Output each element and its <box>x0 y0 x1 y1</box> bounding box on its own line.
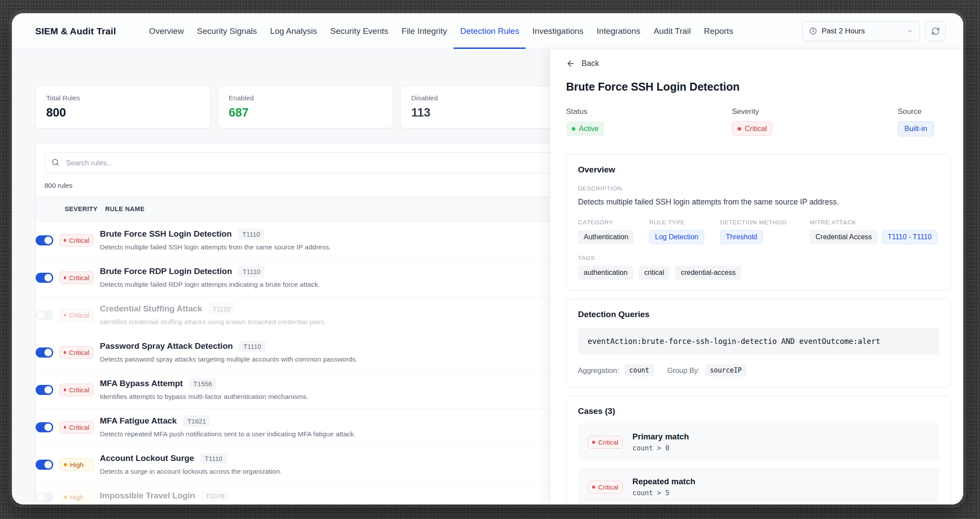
nav-tab-label: File Integrity <box>402 26 447 36</box>
status-label: Status <box>566 107 732 116</box>
rule-name: Credential Stuffing Attack <box>100 303 202 314</box>
nav-tab-label: Reports <box>704 26 733 36</box>
back-button[interactable]: Back <box>566 59 599 68</box>
time-range-select[interactable]: Past 2 Hours <box>802 21 920 41</box>
nav-tab-label: Log Analysis <box>270 26 317 36</box>
detection-method-chip: Threshold <box>720 230 763 244</box>
stat-label: Total Rules <box>46 94 200 102</box>
cases-card: Cases (3) Critical Primary match count >… <box>566 395 951 504</box>
severity-label: Severity <box>732 107 898 116</box>
overview-card: Overview DESCRIPTION Detects multiple fa… <box>566 154 951 291</box>
severity-dot-icon <box>64 276 66 279</box>
nav-tab[interactable]: Audit Trail <box>647 13 697 49</box>
refresh-icon <box>931 27 940 36</box>
tags-list: authentication critical credential-acces… <box>578 266 939 280</box>
technique-chip: T1078 <box>201 490 229 501</box>
nav-tab[interactable]: Log Analysis <box>263 13 324 49</box>
severity-dot-icon <box>592 486 595 489</box>
rule-type-label: RULE TYPE <box>649 219 720 226</box>
stat-value: 113 <box>411 106 565 120</box>
toggle-knob <box>37 311 44 319</box>
toggle-knob <box>44 349 52 356</box>
rule-meta-row: Status Active Severity Critical Source <box>566 107 951 136</box>
technique-chip: T1621 <box>183 416 211 427</box>
case-condition: count > 5 <box>633 489 695 497</box>
stat-label: Disabled <box>411 94 565 102</box>
toggle-knob <box>44 424 52 431</box>
case-severity-badge: Critical <box>588 436 623 449</box>
aggregation-label: Aggregation: <box>578 366 619 375</box>
clock-icon <box>809 27 817 35</box>
tags-label: TAGS <box>578 255 939 261</box>
severity-dot-icon <box>64 463 67 466</box>
nav-tab[interactable]: File Integrity <box>395 13 453 49</box>
time-range-value: Past 2 Hours <box>822 27 902 36</box>
stat-label: Enabled <box>229 94 382 102</box>
nav-tab-label: Audit Trail <box>654 26 691 36</box>
rule-enabled-toggle[interactable] <box>36 273 53 283</box>
group-by-chip: sourceIP <box>705 364 746 376</box>
detection-queries-card: Detection Queries eventAction:brute-forc… <box>566 299 951 387</box>
rule-enabled-toggle[interactable] <box>36 310 53 320</box>
description-label: DESCRIPTION <box>578 185 939 192</box>
main-nav: Overview Security Signals Log Analysis S… <box>143 13 740 49</box>
severity-dot-icon <box>64 314 66 317</box>
content-area: Total Rules 800 Enabled 687 Disabled 113 <box>12 49 963 504</box>
rule-enabled-toggle[interactable] <box>36 460 53 470</box>
severity-badge: Critical <box>59 234 94 247</box>
app-brand: SIEM & Audit Trail <box>35 13 116 49</box>
app-window: SIEM & Audit Trail Overview Security Sig… <box>12 13 963 504</box>
severity-dot-icon <box>64 496 67 499</box>
rule-description-text: Detects multiple failed SSH login attemp… <box>578 196 939 208</box>
nav-tab-label: Security Events <box>330 26 388 36</box>
status-dot-icon <box>572 127 575 131</box>
severity-badge: High <box>59 458 94 471</box>
rule-enabled-toggle[interactable] <box>36 235 53 245</box>
nav-tab[interactable]: Security Events <box>324 13 395 49</box>
source-label: Source <box>898 107 934 116</box>
nav-tab[interactable]: Overview <box>143 13 190 49</box>
column-header-severity: SEVERITY <box>65 205 99 212</box>
severity-badge: Critical <box>59 346 94 359</box>
detection-queries-heading: Detection Queries <box>578 310 939 319</box>
severity-badge: Critical <box>59 421 94 434</box>
rule-enabled-toggle[interactable] <box>36 492 53 502</box>
stat-card: Total Rules 800 <box>35 86 211 128</box>
severity-badge: Critical <box>59 271 94 284</box>
nav-tab-label: Security Signals <box>197 26 257 36</box>
aggregation-chip: count <box>625 364 654 376</box>
nav-tab-label: Integrations <box>597 26 640 36</box>
status-badge: Active <box>566 121 604 136</box>
tag-chip: critical <box>639 266 670 280</box>
mitre-label: MITRE ATT&CK <box>810 219 937 226</box>
cases-list: Critical Primary match count > 0 Critica… <box>578 423 939 504</box>
severity-badge: Critical <box>732 121 772 136</box>
rule-name: Brute Force SSH Login Detection <box>100 228 232 240</box>
technique-chip: T1110 <box>238 229 264 240</box>
nav-tab[interactable]: Detection Rules <box>453 13 526 49</box>
nav-tab[interactable]: Investigations <box>526 13 590 49</box>
refresh-button[interactable] <box>925 21 946 41</box>
rule-enabled-toggle[interactable] <box>36 422 53 432</box>
nav-tab[interactable]: Reports <box>697 13 740 49</box>
mitre-tactic-chip: Credential Access <box>810 230 878 244</box>
category-label: CATEGORY <box>578 219 649 226</box>
screenshot-frame: SIEM & Audit Trail Overview Security Sig… <box>0 0 980 519</box>
toggle-knob <box>37 493 44 501</box>
nav-tab[interactable]: Integrations <box>590 13 647 49</box>
rule-attributes: CATEGORY Authentication RULE TYPE Log De… <box>578 209 939 244</box>
rule-type-chip: Log Detection <box>649 230 704 244</box>
rule-enabled-toggle[interactable] <box>36 385 53 395</box>
severity-dot-icon <box>64 426 66 429</box>
severity-dot-icon <box>592 441 595 444</box>
aggregation-row: Aggregation: count Group By: sourceIP <box>578 364 939 376</box>
top-navigation-bar: SIEM & Audit Trail Overview Security Sig… <box>12 13 963 49</box>
rule-name: Brute Force RDP Login Detection <box>100 266 232 277</box>
stat-value: 687 <box>229 106 382 120</box>
rule-enabled-toggle[interactable] <box>36 347 53 358</box>
nav-tab[interactable]: Security Signals <box>190 13 263 49</box>
case-item: Critical Repeated match count > 5 <box>578 468 939 504</box>
topbar-actions: Past 2 Hours <box>802 13 946 49</box>
case-condition: count > 0 <box>633 444 689 452</box>
tag-chip: credential-access <box>675 266 742 280</box>
